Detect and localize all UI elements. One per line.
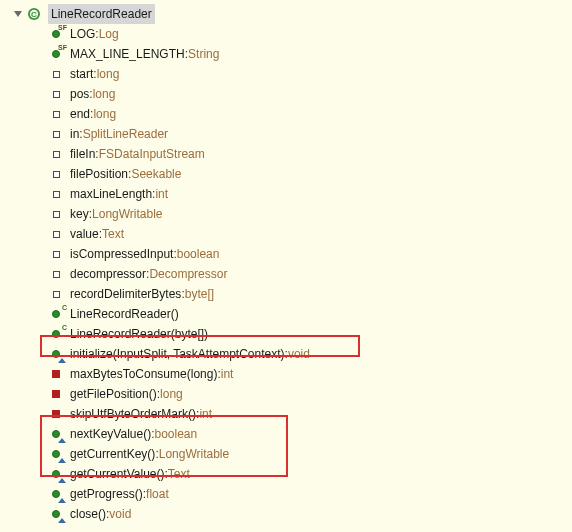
member-row[interactable]: nextKeyValue() : boolean <box>8 424 572 444</box>
member-row[interactable]: SFLOG : Log <box>8 24 572 44</box>
member-row[interactable]: close() : void <box>8 504 572 524</box>
member-type: Log <box>99 24 119 44</box>
class-name: LineRecordReader <box>48 4 155 24</box>
member-row[interactable]: CLineRecordReader(byte[]) <box>8 324 572 344</box>
member-name: in <box>70 124 79 144</box>
member-row[interactable]: in : SplitLineReader <box>8 124 572 144</box>
member-name: fileIn <box>70 144 95 164</box>
member-row[interactable]: filePosition : Seekable <box>8 164 572 184</box>
member-row[interactable]: getCurrentValue() : Text <box>8 464 572 484</box>
member-type: LongWritable <box>159 444 230 464</box>
member-row[interactable]: SFMAX_LINE_LENGTH : String <box>8 44 572 64</box>
class-row[interactable]: C LineRecordReader <box>8 4 572 24</box>
member-name: value <box>70 224 99 244</box>
class-icon: C <box>26 6 42 22</box>
member-name: MAX_LINE_LENGTH <box>70 44 185 64</box>
override-method-icon <box>48 466 64 482</box>
member-name: isCompressedInput <box>70 244 173 264</box>
member-type: long <box>97 64 120 84</box>
override-method-icon <box>48 346 64 362</box>
field-icon <box>48 266 64 282</box>
field-icon <box>48 146 64 162</box>
field-icon <box>48 86 64 102</box>
member-type: int <box>221 364 234 384</box>
override-method-icon <box>48 446 64 462</box>
member-type: long <box>160 384 183 404</box>
field-icon <box>48 66 64 82</box>
field-icon <box>48 226 64 242</box>
member-type: void <box>288 344 310 364</box>
field-icon <box>48 166 64 182</box>
member-name: maxLineLength <box>70 184 152 204</box>
constructor-icon: C <box>48 326 64 342</box>
expander-icon[interactable] <box>12 8 24 20</box>
member-type: float <box>146 484 169 504</box>
member-name: skipUtfByteOrderMark() <box>70 404 196 424</box>
field-icon <box>48 246 64 262</box>
member-name: LineRecordReader() <box>70 304 179 324</box>
member-type: int <box>199 404 212 424</box>
member-name: key <box>70 204 89 224</box>
member-row[interactable]: decompressor : Decompressor <box>8 264 572 284</box>
member-name: pos <box>70 84 89 104</box>
member-name: end <box>70 104 90 124</box>
member-row[interactable]: pos : long <box>8 84 572 104</box>
member-name: LineRecordReader(byte[]) <box>70 324 208 344</box>
member-row[interactable]: start : long <box>8 64 572 84</box>
private-method-icon <box>48 386 64 402</box>
member-row[interactable]: maxBytesToConsume(long) : int <box>8 364 572 384</box>
member-row[interactable]: skipUtfByteOrderMark() : int <box>8 404 572 424</box>
member-type: boolean <box>155 424 198 444</box>
member-name: getCurrentValue() <box>70 464 165 484</box>
member-row[interactable]: getFilePosition() : long <box>8 384 572 404</box>
member-name: getCurrentKey() <box>70 444 155 464</box>
field-icon <box>48 286 64 302</box>
member-name: close() <box>70 504 106 524</box>
member-type: long <box>93 84 116 104</box>
field-icon <box>48 106 64 122</box>
member-row[interactable]: initialize(InputSplit, TaskAttemptContex… <box>8 344 572 364</box>
member-name: LOG <box>70 24 95 44</box>
member-type: LongWritable <box>92 204 163 224</box>
member-type: byte[] <box>185 284 214 304</box>
member-type: int <box>155 184 168 204</box>
member-type: boolean <box>177 244 220 264</box>
member-name: getFilePosition() <box>70 384 157 404</box>
member-row[interactable]: key : LongWritable <box>8 204 572 224</box>
member-name: filePosition <box>70 164 128 184</box>
member-type: String <box>188 44 219 64</box>
member-row[interactable]: maxLineLength : int <box>8 184 572 204</box>
members-container: SFLOG : LogSFMAX_LINE_LENGTH : Stringsta… <box>8 24 572 524</box>
member-name: initialize(InputSplit, TaskAttemptContex… <box>70 344 285 364</box>
override-method-icon <box>48 426 64 442</box>
private-method-icon <box>48 406 64 422</box>
member-name: start <box>70 64 93 84</box>
member-type: Text <box>102 224 124 244</box>
static-field-icon: SF <box>48 46 64 62</box>
member-row[interactable]: CLineRecordReader() <box>8 304 572 324</box>
override-method-icon <box>48 486 64 502</box>
member-row[interactable]: isCompressedInput : boolean <box>8 244 572 264</box>
field-icon <box>48 206 64 222</box>
member-name: recordDelimiterBytes <box>70 284 181 304</box>
member-row[interactable]: getCurrentKey() : LongWritable <box>8 444 572 464</box>
member-name: maxBytesToConsume(long) <box>70 364 217 384</box>
override-method-icon <box>48 506 64 522</box>
member-type: Decompressor <box>149 264 227 284</box>
member-type: SplitLineReader <box>83 124 168 144</box>
member-name: getProgress() <box>70 484 143 504</box>
field-icon <box>48 126 64 142</box>
member-type: long <box>93 104 116 124</box>
svg-text:C: C <box>31 10 37 19</box>
member-type: FSDataInputStream <box>99 144 205 164</box>
member-row[interactable]: getProgress() : float <box>8 484 572 504</box>
member-name: decompressor <box>70 264 146 284</box>
constructor-icon: C <box>48 306 64 322</box>
member-row[interactable]: fileIn : FSDataInputStream <box>8 144 572 164</box>
member-type: Seekable <box>131 164 181 184</box>
member-name: nextKeyValue() <box>70 424 151 444</box>
member-row[interactable]: value : Text <box>8 224 572 244</box>
member-row[interactable]: end : long <box>8 104 572 124</box>
field-icon <box>48 186 64 202</box>
member-row[interactable]: recordDelimiterBytes : byte[] <box>8 284 572 304</box>
